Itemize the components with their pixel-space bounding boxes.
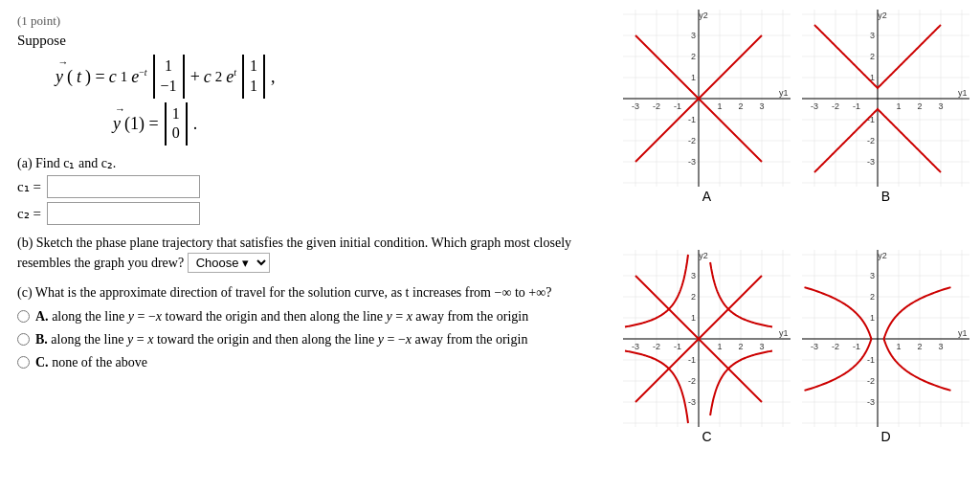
part-b-text: (b) Sketch the phase plane trajectory th… (17, 235, 571, 270)
graph-b-label: B (881, 189, 890, 204)
formula-block: → y ( t ) = c1 e−t 1 −1 + c2 et 1 1 (56, 55, 595, 146)
suppose-label: Suppose (17, 33, 595, 49)
right-panel: A B C D (612, 0, 980, 493)
part-c-text: (c) What is the approximate direction of… (17, 285, 551, 300)
c1-input[interactable] (47, 175, 200, 198)
c2-label: c₂ = (17, 205, 41, 222)
graph-d-container: D (799, 250, 972, 484)
c1-row: c₁ = (17, 175, 595, 198)
graph-b-container: B (799, 10, 972, 244)
graph-a-canvas (623, 10, 791, 187)
formula-row-2: → y (1) = 1 0 . (113, 102, 595, 146)
option-c-label: C. none of the above (35, 352, 147, 372)
c2-row: c₂ = (17, 202, 595, 225)
graph-c-label: C (702, 429, 711, 444)
graph-a-label: A (702, 189, 711, 204)
graph-a-container: A (620, 10, 793, 244)
graph-c-canvas (623, 250, 791, 427)
option-b-item: B. along the line y = x toward the origi… (17, 329, 595, 349)
option-b-radio[interactable] (17, 333, 30, 346)
option-a-label: A. along the line y = −x toward the orig… (35, 306, 528, 326)
choose-dropdown[interactable]: Choose ▾ A B C D (188, 253, 270, 273)
points-label: (1 point) (17, 13, 595, 29)
left-panel: (1 point) Suppose → y ( t ) = c1 e−t 1 −… (0, 0, 612, 493)
part-c-section: (c) What is the approximate direction of… (17, 282, 595, 372)
graph-b-canvas (802, 10, 969, 187)
formula-row-1: → y ( t ) = c1 e−t 1 −1 + c2 et 1 1 (56, 55, 595, 99)
option-c-item: C. none of the above (17, 352, 595, 372)
graph-c-container: C (620, 250, 793, 484)
part-b-section: (b) Sketch the phase plane trajectory th… (17, 233, 595, 273)
radio-group: A. along the line y = −x toward the orig… (17, 306, 595, 372)
option-b-label: B. along the line y = x toward the origi… (35, 329, 527, 349)
y-arrow: → y (56, 59, 63, 94)
graph-d-canvas (802, 250, 969, 427)
graph-d-label: D (880, 429, 890, 444)
option-a-radio[interactable] (17, 310, 30, 323)
option-a-item: A. along the line y = −x toward the orig… (17, 306, 595, 326)
c1-label: c₁ = (17, 178, 41, 195)
part-a-title: (a) Find c₁ and c₂. (17, 155, 595, 171)
c2-input[interactable] (47, 202, 200, 225)
option-c-radio[interactable] (17, 356, 30, 369)
